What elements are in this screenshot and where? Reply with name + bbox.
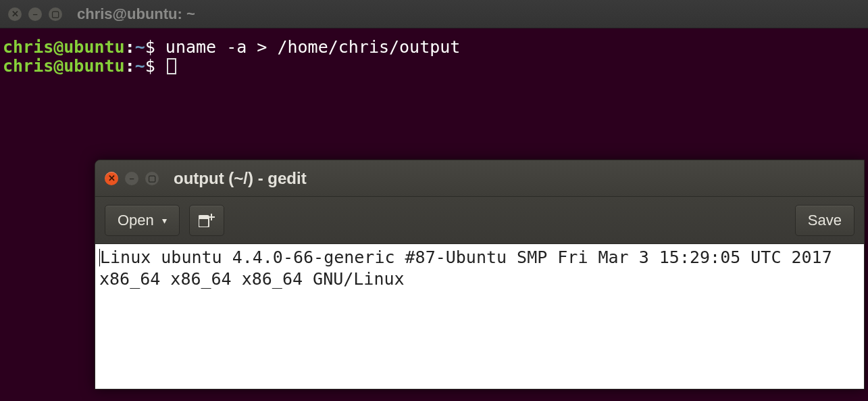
terminal-body[interactable]: chris@ubuntu:~$ uname -a > /home/chris/o… (0, 28, 868, 104)
maximize-icon[interactable]: ▢ (145, 172, 159, 185)
prompt-sym: $ (145, 37, 155, 57)
gedit-titlebar[interactable]: ✕ – ▢ output (~/) - gedit (95, 160, 864, 197)
prompt-sym: $ (145, 56, 155, 76)
terminal-command-1: uname -a > /home/chris/output (155, 37, 461, 57)
svg-rect-1 (199, 216, 209, 219)
chevron-down-icon: ▾ (162, 215, 167, 226)
terminal-cursor (167, 58, 176, 74)
prompt-sep: : (125, 37, 135, 57)
save-button[interactable]: Save (795, 205, 854, 236)
prompt-path: ~ (135, 56, 145, 76)
new-tab-button[interactable] (189, 205, 224, 236)
minimize-icon[interactable]: – (28, 7, 42, 21)
gedit-text-area[interactable]: Linux ubuntu 4.4.0-66-generic #87-Ubuntu… (95, 244, 864, 389)
close-icon[interactable]: ✕ (105, 172, 118, 185)
open-button-label: Open (118, 212, 154, 229)
prompt-sep: : (125, 56, 135, 76)
prompt-path: ~ (135, 37, 145, 57)
open-button[interactable]: Open ▾ (105, 205, 180, 236)
maximize-icon[interactable]: ▢ (49, 7, 62, 21)
gedit-content: Linux ubuntu 4.4.0-66-generic #87-Ubuntu… (99, 247, 842, 289)
gedit-toolbar: Open ▾ Save (95, 197, 864, 244)
terminal-titlebar[interactable]: ✕ – ▢ chris@ubuntu: ~ (0, 0, 868, 28)
new-tab-icon (199, 214, 215, 227)
terminal-command-2 (155, 56, 165, 76)
prompt-user: chris@ubuntu (3, 56, 125, 76)
minimize-icon[interactable]: – (125, 172, 138, 185)
gedit-window: ✕ – ▢ output (~/) - gedit Open ▾ Save Li… (95, 160, 865, 390)
save-button-label: Save (808, 212, 842, 229)
close-icon[interactable]: ✕ (8, 7, 22, 21)
prompt-user: chris@ubuntu (3, 37, 125, 57)
gedit-title: output (~/) - gedit (174, 169, 307, 188)
terminal-title: chris@ubuntu: ~ (77, 5, 195, 23)
